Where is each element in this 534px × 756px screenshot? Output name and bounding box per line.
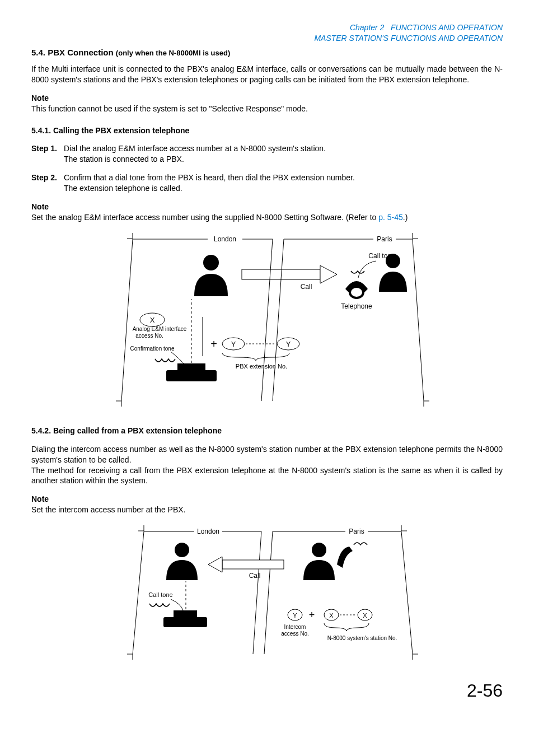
note-body: This function cannot be used if the syst…: [31, 104, 503, 114]
chapter-header: Chapter 2 FUNCTIONS AND OPERATION MASTER…: [31, 22, 503, 44]
step-1: Step 1. Dial the analog E&M interface ac…: [31, 143, 503, 165]
note-body-3: Set the intercom access number at the PB…: [31, 505, 503, 515]
step-2: Step 2. Confirm that a dial tone from th…: [31, 172, 503, 194]
svg-point-51: [312, 543, 326, 557]
svg-marker-49: [208, 557, 222, 572]
svg-text:Paris: Paris: [377, 235, 392, 243]
svg-line-40: [253, 531, 261, 654]
note-heading-3: Note: [31, 494, 503, 505]
intro-paragraph: If the Multi interface unit is connected…: [31, 64, 503, 85]
svg-rect-45: [174, 610, 197, 617]
svg-rect-48: [222, 560, 284, 569]
svg-text:Paris: Paris: [349, 528, 364, 535]
svg-text:X: X: [363, 612, 367, 619]
subsection-541-title: 5.4.1. Calling the PBX extension telepho…: [31, 125, 503, 136]
svg-point-15: [386, 254, 400, 268]
chapter-title-2: MASTER STATION'S FUNCTIONS AND OPERATION: [314, 34, 503, 43]
section-sub: (only when the N-8000MI is used): [116, 49, 230, 57]
svg-text:Confirmation tone: Confirmation tone: [130, 346, 175, 352]
svg-text:Analog E&M interface: Analog E&M interface: [133, 326, 187, 332]
svg-line-17: [261, 239, 273, 401]
svg-text:PBX extension No.: PBX extension No.: [236, 363, 287, 370]
chapter-label: Chapter 2: [350, 23, 384, 32]
svg-line-42: [401, 531, 413, 654]
svg-rect-7: [166, 370, 217, 381]
svg-text:Y: Y: [286, 340, 291, 348]
note-heading: Note: [31, 93, 503, 104]
svg-point-43: [175, 543, 189, 557]
svg-text:+: +: [309, 609, 315, 620]
svg-line-41: [264, 531, 273, 654]
svg-text:London: London: [197, 528, 219, 535]
diagram-being-called: London Paris Call tone Call Y + X: [110, 525, 424, 665]
step-1-text: Dial the analog E&M interface access num…: [64, 143, 503, 165]
svg-text:access No.: access No.: [135, 333, 163, 339]
svg-line-18: [273, 239, 284, 401]
subsection-542-title: 5.4.2. Being called from a PBX extension…: [31, 426, 503, 436]
svg-marker-11: [320, 265, 337, 283]
svg-text:Intercom: Intercom: [284, 624, 306, 630]
diagram-calling-pbx: London Paris Call Call tone Telephone X: [99, 233, 435, 412]
svg-rect-44: [163, 617, 207, 627]
step-2-label: Step 2.: [31, 172, 64, 194]
section-num: 5.4. PBX Connection: [31, 48, 116, 57]
page-link[interactable]: p. 5-45: [378, 213, 403, 222]
step-1-label: Step 1.: [31, 143, 64, 165]
svg-text:London: London: [214, 235, 236, 243]
svg-text:N-8000 system's station No.: N-8000 system's station No.: [327, 635, 397, 641]
s542-p2: The method for receiving a call from the…: [31, 465, 503, 487]
svg-text:Telephone: Telephone: [341, 302, 372, 310]
svg-line-16: [121, 239, 133, 401]
svg-text:Call tone: Call tone: [148, 591, 172, 598]
svg-text:+: +: [210, 338, 217, 350]
note-body-2: Set the analog E&M interface access numb…: [31, 212, 503, 223]
svg-line-39: [133, 531, 144, 654]
svg-text:Call: Call: [301, 283, 312, 291]
svg-text:Call: Call: [249, 572, 261, 580]
s542-p1: Dialing the intercom access number as we…: [31, 444, 503, 465]
svg-text:Y: Y: [231, 340, 236, 348]
section-title: 5.4. PBX Connection (only when the N-800…: [31, 47, 503, 58]
chapter-title-1: FUNCTIONS AND OPERATION: [391, 23, 503, 32]
note-heading-2: Note: [31, 202, 503, 212]
step-2-text: Confirm that a dial tone from the PBX is…: [64, 172, 503, 194]
svg-point-6: [203, 255, 219, 270]
svg-text:access No.: access No.: [281, 631, 308, 637]
page-number: 2-56: [31, 679, 503, 703]
svg-text:X: X: [329, 612, 334, 619]
svg-line-19: [413, 239, 424, 401]
svg-text:X: X: [150, 316, 155, 324]
svg-text:Y: Y: [293, 612, 297, 619]
